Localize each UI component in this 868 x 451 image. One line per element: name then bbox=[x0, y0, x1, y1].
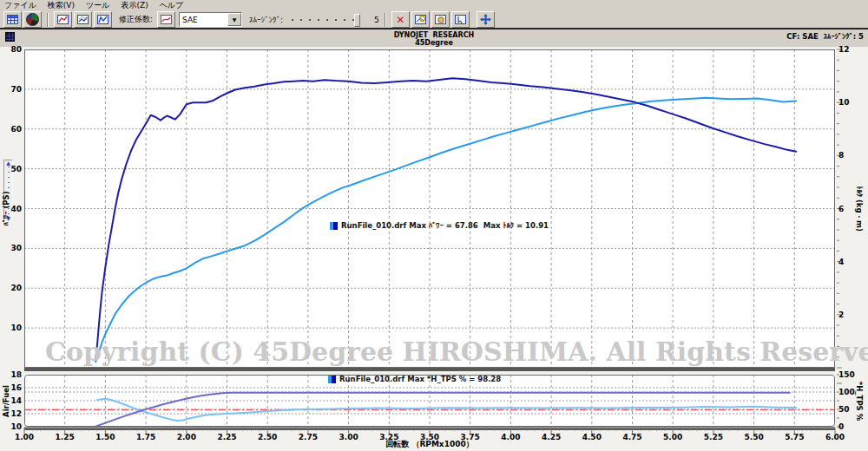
rpm-axis-tick: 1.00 bbox=[11, 434, 37, 441]
power-axis-tick: 70 bbox=[4, 86, 22, 94]
tps-axis-tick: 50 bbox=[838, 406, 859, 414]
torque-axis-tick: 12 bbox=[838, 46, 858, 54]
power-axis-tick: 40 bbox=[4, 206, 22, 213]
move-axes-button[interactable] bbox=[477, 11, 495, 28]
rpm-axis-tick: 3.25 bbox=[376, 434, 402, 441]
rpm-axis-tick: 2.75 bbox=[295, 434, 321, 441]
rpm-axis-tick: 2.00 bbox=[174, 434, 200, 441]
torque-axis-tick: 6 bbox=[838, 206, 858, 213]
correction-factor-label: 修正係数: bbox=[119, 14, 153, 25]
torque-axis-tick: 2 bbox=[838, 311, 858, 319]
rpm-axis-tick: 4.75 bbox=[620, 434, 646, 441]
torque-axis-tick: 10 bbox=[838, 99, 858, 107]
rpm-axis-tick: 3.75 bbox=[457, 434, 483, 441]
grid-icon bbox=[7, 15, 18, 24]
correction-graph-icon bbox=[161, 15, 172, 24]
line-graph-icon bbox=[77, 15, 89, 24]
datalog-grid-button[interactable] bbox=[3, 11, 22, 28]
power-axis-tick: 60 bbox=[4, 126, 22, 134]
chart-page: ▲ ▼ Copyright (C) 45Degree HIROSHIMA. Al… bbox=[0, 47, 868, 451]
run-color-swatch bbox=[328, 376, 336, 383]
tps-axis-tick: 0 bbox=[838, 423, 859, 431]
main-chart-plot[interactable] bbox=[24, 49, 845, 372]
power-axis-tick: 10 bbox=[4, 324, 22, 332]
graph-view-1-button[interactable] bbox=[54, 11, 72, 28]
menu-item-file[interactable]: ファイル bbox=[4, 0, 36, 11]
color-settings-button[interactable] bbox=[23, 11, 42, 28]
rpm-axis-tick: 4.25 bbox=[538, 434, 564, 441]
rpm-axis-tick: 1.50 bbox=[92, 434, 118, 441]
smoothing-value: 5 bbox=[374, 16, 379, 24]
rpm-axis-tick: 2.25 bbox=[214, 434, 240, 441]
torque-axis-tick: 4 bbox=[838, 258, 858, 266]
move-cross-icon bbox=[480, 14, 491, 25]
rpm-axis-tick: 4.50 bbox=[579, 434, 605, 441]
toolbar-separator bbox=[47, 13, 49, 27]
menu-item-help[interactable]: ヘルプ bbox=[160, 0, 184, 11]
airfuel-axis-tick: 16 bbox=[4, 384, 22, 392]
power-axis-tick: 50 bbox=[4, 166, 22, 173]
rpm-axis-tick: 1.25 bbox=[52, 434, 78, 441]
menu-item-search[interactable]: 検索(V) bbox=[48, 0, 75, 11]
tps-axis-tick: 100 bbox=[838, 389, 859, 396]
correction-factor-value: SAE bbox=[182, 16, 198, 24]
dropdown-arrow-icon[interactable]: ▼ bbox=[227, 13, 241, 26]
airfuel-axis-tick: 10 bbox=[4, 423, 22, 431]
zoom-graph-button[interactable] bbox=[411, 11, 430, 28]
slider-track bbox=[292, 19, 358, 21]
line-graph-icon bbox=[57, 15, 69, 24]
airfuel-axis-tick: 12 bbox=[4, 410, 22, 418]
torque-axis-tick: 8 bbox=[838, 152, 858, 160]
toolbar: 修正係数: SAE ▼ ｽﾑｰｼﾞﾝｸﾞ: 5 ✕ bbox=[0, 11, 868, 29]
cursor-graph-icon bbox=[455, 15, 466, 24]
chart-header: DYNOJET RESEARCH 45Degree CF: SAE ｽﾑｰｼﾞﾝ… bbox=[0, 29, 868, 47]
graph-view-2-button[interactable] bbox=[74, 11, 92, 28]
bottom-legend-text: RunFile_010.drf Max *H_TPS % = 98.28 bbox=[339, 375, 501, 383]
rpm-axis-tick: 5.00 bbox=[660, 434, 686, 441]
bottom-chart-legend: RunFile_010.drf Max *H_TPS % = 98.28 bbox=[328, 375, 501, 383]
delete-icon: ✕ bbox=[396, 16, 404, 24]
rpm-axis-tick: 2.50 bbox=[254, 434, 280, 441]
copyright-watermark: Copyright (C) 45Degree HIROSHIMA. All Ri… bbox=[45, 337, 835, 367]
power-axis-tick: 30 bbox=[4, 245, 22, 252]
correction-factor-select[interactable]: SAE ▼ bbox=[179, 12, 242, 27]
rpm-axis-tick: 6.00 bbox=[822, 434, 848, 441]
power-axis-tick: 20 bbox=[4, 284, 22, 292]
rpm-axis-tick: 5.50 bbox=[741, 434, 767, 441]
airfuel-axis-tick: 14 bbox=[4, 397, 22, 405]
rpm-axis-tick: 1.75 bbox=[133, 434, 159, 441]
color-wheel-icon bbox=[26, 13, 39, 26]
chart-title-line2: 45Degree bbox=[0, 39, 868, 47]
magnifier-graph-icon bbox=[415, 15, 426, 24]
tps-axis-tick: 150 bbox=[838, 371, 859, 379]
rpm-axis-tick: 5.25 bbox=[700, 434, 727, 441]
slider-thumb[interactable] bbox=[354, 14, 360, 27]
rpm-axis-tick: 3.50 bbox=[417, 434, 443, 441]
rpm-axis-tick: 5.75 bbox=[781, 434, 807, 441]
toolbar-separator bbox=[385, 13, 386, 27]
main-chart-legend: RunFile_010.drf Max ﾊﾟﾜｰ = 67.86 Max ﾄﾙｸ… bbox=[330, 221, 549, 230]
run-color-swatch bbox=[330, 222, 338, 230]
smoothing-label: ｽﾑｰｼﾞﾝｸﾞ: bbox=[249, 16, 283, 24]
menu-item-view[interactable]: 表示(Z) bbox=[121, 0, 148, 11]
cursor-graph-button[interactable] bbox=[451, 11, 470, 28]
menu-bar: ファイル 検索(V) ツール 表示(Z) ヘルプ bbox=[0, 0, 868, 11]
pan-graph-button[interactable] bbox=[431, 11, 450, 28]
graph-view-3-button[interactable] bbox=[94, 11, 112, 28]
rpm-axis-tick: 4.00 bbox=[497, 434, 523, 441]
line-graph-icon bbox=[97, 15, 108, 24]
correction-smoothing-readout: CF: SAE ｽﾑｰｼﾞﾝｸﾞ: 5 bbox=[786, 32, 864, 41]
chart-title-line1: DYNOJET RESEARCH bbox=[0, 31, 868, 39]
power-axis-tick: 80 bbox=[4, 46, 22, 54]
main-legend-text: RunFile_010.drf Max ﾊﾟﾜｰ = 67.86 Max ﾄﾙｸ… bbox=[341, 221, 549, 230]
menu-item-tools[interactable]: ツール bbox=[86, 0, 109, 11]
rpm-axis-tick: 3.00 bbox=[336, 434, 362, 441]
smoothing-slider[interactable] bbox=[290, 13, 370, 26]
chart-title: DYNOJET RESEARCH 45Degree bbox=[0, 31, 868, 47]
hand-graph-icon bbox=[435, 15, 446, 24]
correction-graph-button[interactable] bbox=[157, 11, 175, 28]
delete-run-button[interactable]: ✕ bbox=[391, 11, 410, 28]
airfuel-axis-tick: 18 bbox=[4, 371, 22, 379]
